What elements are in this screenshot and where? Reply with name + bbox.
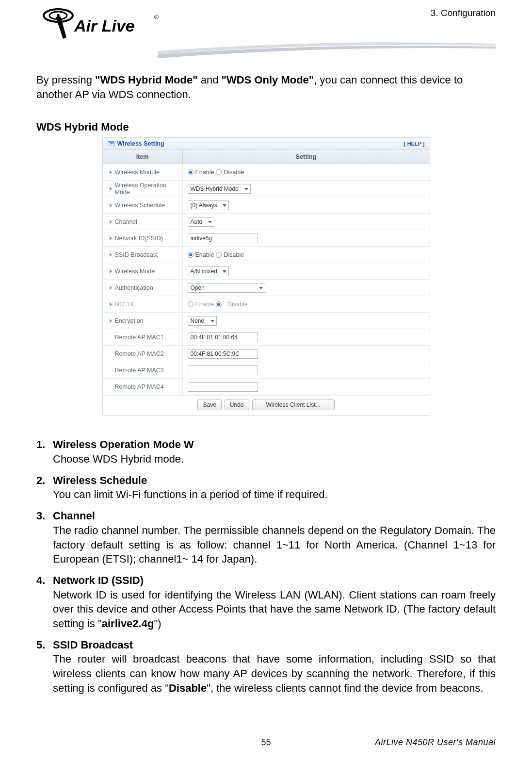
page-number: 55 [261, 737, 271, 748]
svg-point-2 [57, 14, 60, 17]
channel-select[interactable]: Auto [188, 217, 214, 227]
table-row: Network ID(SSID) airlive5g [103, 230, 430, 247]
row-label: 802.1X [115, 301, 134, 308]
breadcrumb: 3. Configuration [431, 5, 496, 18]
table-row: Wireless Schedule (0) Always [103, 197, 430, 214]
manual-title: AirLive N450R User's Manual [375, 737, 496, 748]
operation-mode-select[interactable]: WDS Hybrid Mode [188, 184, 251, 194]
radio-disable[interactable] [216, 252, 222, 258]
svg-text:Air Live: Air Live [74, 17, 135, 35]
radio-enable[interactable] [188, 301, 193, 307]
table-row: 802.1X Enable Disable [103, 296, 430, 313]
table-row: Channel Auto [103, 214, 430, 230]
row-label: Wireless Module [115, 169, 160, 176]
list-item: 4. Network ID (SSID) Network ID is used … [36, 573, 496, 631]
authentication-select[interactable]: Open [188, 283, 265, 293]
help-link[interactable]: [ HELP ] [404, 141, 425, 147]
table-row: Wireless Mode A/N mixed [103, 263, 430, 280]
wireless-setting-panel: Wireless Setting [ HELP ] Item Setting W… [102, 137, 430, 416]
radio-enable[interactable] [188, 169, 193, 175]
schedule-select[interactable]: (0) Always [188, 200, 229, 210]
client-list-button[interactable]: Wireless Client List... [252, 399, 335, 410]
table-row: Encryption None [103, 313, 430, 329]
intro-paragraph: By pressing "WDS Hybrid Mode" and "WDS O… [36, 73, 496, 101]
remote-mac1-input[interactable]: 00:4F:81:01:80:64 [188, 333, 258, 342]
row-label: Wireless Schedule [115, 202, 165, 209]
row-label: Remote AP MAC1 [115, 334, 164, 341]
list-item: 2. Wireless Schedule You can limit Wi-Fi… [36, 473, 496, 502]
table-row: Remote AP MAC2 00:4F:81:00:5C:9C [103, 346, 430, 362]
row-label: Remote AP MAC4 [115, 383, 164, 390]
table-row: SSID Broadcast Enable Disable [103, 247, 430, 263]
row-label: Remote AP MAC3 [115, 367, 164, 374]
column-header-item: Item [103, 150, 183, 164]
panel-title: Wireless Setting [108, 140, 164, 147]
table-row: Remote AP MAC4 [103, 379, 430, 395]
list-item: 1. Wireless Operation Mode W Choose WDS … [36, 437, 496, 466]
remote-mac4-input[interactable] [188, 382, 258, 392]
list-item: 3. Channel The radio channel number. The… [36, 509, 496, 566]
ssid-input[interactable]: airlive5g [188, 233, 258, 243]
encryption-select[interactable]: None [188, 316, 217, 326]
radio-enable[interactable] [188, 252, 193, 258]
panel-icon [108, 141, 114, 146]
remote-mac2-input[interactable]: 00:4F:81:00:5C:9C [188, 349, 258, 359]
row-label: Remote AP MAC2 [115, 350, 164, 357]
row-label: Encryption [115, 317, 144, 324]
save-button[interactable]: Save [197, 399, 221, 410]
row-label: Wireless Mode [115, 268, 155, 275]
row-label: Authentication [115, 284, 153, 291]
row-label: Wireless Operation Mode [115, 182, 178, 196]
radio-disable[interactable] [216, 301, 222, 307]
row-label: Network ID(SSID) [115, 235, 163, 242]
section-title: WDS Hybrid Mode [36, 121, 496, 133]
svg-text:®: ® [154, 14, 159, 21]
table-row: Authentication Open [103, 280, 430, 296]
wireless-mode-select[interactable]: A/N mixed [188, 266, 229, 276]
table-row: Wireless Operation Mode WDS Hybrid Mode [103, 181, 430, 197]
column-header-setting: Setting [183, 150, 430, 164]
table-row: Remote AP MAC3 [103, 362, 430, 379]
undo-button[interactable]: Undo [225, 399, 249, 410]
row-label: Channel [115, 218, 138, 225]
radio-disable[interactable] [216, 169, 222, 175]
remote-mac3-input[interactable] [188, 366, 258, 375]
list-item: 5. SSID Broadcast The router will broadc… [36, 638, 496, 696]
row-label: SSID Broadcast [115, 251, 158, 258]
brand-logo: Air Live ® [36, 5, 162, 44]
table-row: Remote AP MAC1 00:4F:81:01:80:64 [103, 329, 430, 346]
table-row: Wireless Module Enable Disable [103, 164, 430, 181]
